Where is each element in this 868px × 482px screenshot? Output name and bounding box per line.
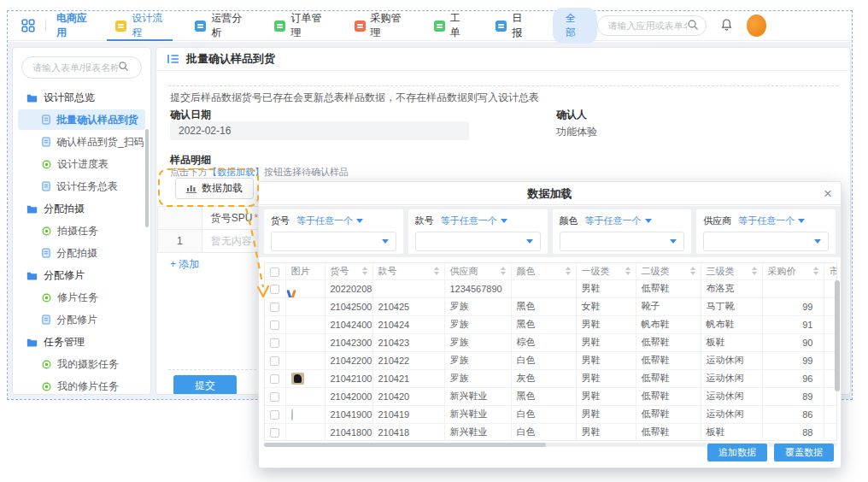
table-row[interactable]: 210423001210423罗族棕色男鞋低帮鞋板鞋90	[265, 333, 837, 351]
table-vertical-scrollbar[interactable]	[835, 280, 840, 391]
close-icon[interactable]: ×	[824, 184, 832, 204]
sidebar-search-input[interactable]	[32, 62, 118, 73]
filter-value-select[interactable]	[703, 232, 829, 251]
row-checkbox[interactable]	[270, 356, 279, 366]
column-header-kuanhao[interactable]: 款号	[372, 263, 444, 279]
sidebar-item-assign-shooting[interactable]: 分配拍摄	[18, 198, 145, 219]
row-checkbox[interactable]	[270, 320, 279, 330]
tab-label: 日报	[512, 11, 527, 40]
sort-icon[interactable]	[362, 267, 367, 275]
tab-purchase-management[interactable]: 采购管理	[355, 11, 403, 41]
tab-design-process[interactable]: 设计流程	[115, 11, 164, 41]
collapse-menu-icon[interactable]	[167, 54, 179, 64]
filter-operator-dropdown[interactable]: 等于任意一个	[585, 215, 652, 227]
sort-icon[interactable]	[434, 267, 439, 275]
tab-daily-report[interactable]: 日报	[496, 11, 527, 41]
sidebar-item-design-dept-overview[interactable]: 设计部总览	[18, 87, 145, 108]
row-checkbox[interactable]	[270, 285, 279, 294]
sidebar-item-shooting-task[interactable]: 拍摄任务	[18, 220, 145, 241]
sidebar-item-assign-retouch[interactable]: 分配修片	[18, 265, 145, 285]
filter-operator-dropdown[interactable]: 等于任意一个	[738, 215, 805, 227]
select-all-checkbox[interactable]	[270, 267, 279, 277]
product-image	[291, 373, 304, 385]
sidebar-item-batch-confirm-sample-arrival[interactable]: 批量确认样品到货	[18, 109, 145, 130]
sort-icon[interactable]	[625, 267, 630, 275]
sidebar-item-task-management[interactable]: 任务管理	[18, 332, 145, 352]
sidebar-item-assign-retouch-form[interactable]: 分配修片	[18, 309, 145, 330]
sidebar-item-my-retouch-tasks[interactable]: 我的修片任务	[18, 376, 145, 395]
daily-report-icon	[496, 21, 507, 32]
table-row[interactable]: 210424001210424罗族黑色男鞋帆布鞋帆布鞋91	[265, 315, 837, 333]
home-app-label[interactable]: 电商应用	[56, 11, 93, 40]
table-row[interactable]: 210418001210418新兴鞋业白色男鞋低帮鞋板鞋88	[265, 423, 837, 441]
search-icon[interactable]	[687, 19, 699, 33]
filter-operator-dropdown[interactable]: 等于任意一个	[296, 215, 363, 227]
sidebar-item-retouch-task[interactable]: 修片任务	[18, 287, 145, 308]
sort-icon[interactable]	[501, 267, 506, 275]
table-row[interactable]: 210420001210420新兴鞋业黑色男鞋低帮鞋运动休闲89	[265, 387, 837, 405]
filter-value-select[interactable]	[415, 232, 541, 251]
filter-operator-dropdown[interactable]: 等于任意一个	[441, 215, 507, 227]
row-checkbox[interactable]	[270, 338, 279, 348]
topbar-search-input[interactable]	[608, 21, 687, 31]
column-header-market-price[interactable]: 市场价	[824, 263, 837, 279]
column-header-cat3[interactable]: 三级类	[701, 263, 762, 279]
sort-icon[interactable]	[690, 267, 695, 275]
chevron-down-icon	[501, 219, 507, 223]
column-header-cat2[interactable]: 二级类	[636, 263, 701, 279]
data-load-button-label: 数据加载	[202, 181, 243, 196]
filter-value-select[interactable]	[271, 232, 396, 251]
filter-kuanhao: 款号 等于任意一个	[408, 209, 548, 254]
overwrite-data-button[interactable]: 覆盖数据	[774, 444, 834, 461]
confirm-date-field[interactable]: 2022-02-16	[170, 121, 469, 140]
modal-header: 数据加载 ×	[259, 182, 841, 205]
tab-work-order[interactable]: 工单	[434, 11, 466, 41]
sort-icon[interactable]	[752, 267, 757, 275]
sidebar-scrollbar[interactable]	[145, 129, 149, 227]
mini-table-index-header	[158, 207, 202, 230]
tab-order-management[interactable]: 订单管理	[274, 11, 323, 41]
sidebar-item-design-task-summary[interactable]: 设计任务总表	[18, 176, 145, 197]
notification-bell-icon[interactable]	[720, 18, 733, 34]
apps-grid-icon[interactable]	[21, 19, 35, 32]
row-checkbox[interactable]	[270, 428, 279, 438]
sort-icon[interactable]	[566, 267, 571, 275]
append-data-button[interactable]: 追加数据	[707, 444, 767, 461]
search-icon[interactable]	[118, 61, 129, 74]
table-row[interactable]: 210425001210425罗族黑色女鞋靴子马丁靴99	[265, 297, 837, 315]
column-header-color[interactable]: 颜色	[511, 263, 576, 279]
sort-icon[interactable]	[813, 267, 818, 275]
table-row[interactable]: 202202080011234567890男鞋低帮鞋布洛克	[265, 279, 837, 297]
sidebar-search[interactable]	[21, 56, 142, 79]
sidebar: 设计部总览 批量确认样品到货 确认样品到货_扫码 设计进度表 设计任务总表 分配…	[12, 47, 151, 395]
row-checkbox[interactable]	[270, 392, 279, 402]
row-checkbox[interactable]	[270, 410, 279, 420]
row-checkbox[interactable]	[270, 303, 279, 312]
table-row[interactable]: 210419001210419新兴鞋业白色男鞋低帮鞋运动休闲86	[265, 405, 837, 423]
add-row-link[interactable]: + 添加	[170, 257, 199, 272]
row-checkbox[interactable]	[270, 374, 279, 384]
tab-operations-analysis[interactable]: 运营分析	[195, 11, 243, 41]
sidebar-item-design-progress-table[interactable]: 设计进度表	[18, 154, 145, 174]
filter-label: 货号	[271, 215, 290, 227]
all-apps-badge[interactable]: 全部	[553, 8, 597, 44]
sidebar-item-label: 批量确认样品到货	[56, 113, 138, 127]
table-row[interactable]: 210421001210421罗族灰色男鞋低帮鞋运动休闲96	[265, 369, 837, 387]
column-label: 款号	[378, 265, 397, 278]
operations-analysis-icon	[195, 21, 206, 32]
user-avatar[interactable]	[747, 15, 766, 37]
column-header-purchase-price[interactable]: 采购价	[762, 263, 824, 279]
column-header-huohao[interactable]: 货号	[325, 263, 372, 279]
submit-button[interactable]: 提交	[173, 375, 237, 395]
table-row[interactable]: 210422001210422罗族白色男鞋低帮鞋运动休闲99	[265, 351, 837, 369]
sidebar-item-confirm-sample-arrival-scan[interactable]: 确认样品到货_扫码	[18, 132, 145, 152]
sidebar-item-assign-shooting-form[interactable]: 分配拍摄	[18, 243, 145, 263]
filter-value-select[interactable]	[560, 232, 685, 251]
product-image	[291, 409, 293, 420]
sidebar-item-my-photography-tasks[interactable]: 我的摄影任务	[18, 354, 145, 374]
column-header-supplier[interactable]: 供应商	[444, 263, 511, 279]
topbar-search[interactable]	[597, 15, 707, 36]
sidebar-item-label: 设计部总览	[44, 91, 95, 105]
data-load-button[interactable]: 数据加载	[175, 178, 254, 199]
column-header-cat1[interactable]: 一级类	[576, 263, 636, 279]
